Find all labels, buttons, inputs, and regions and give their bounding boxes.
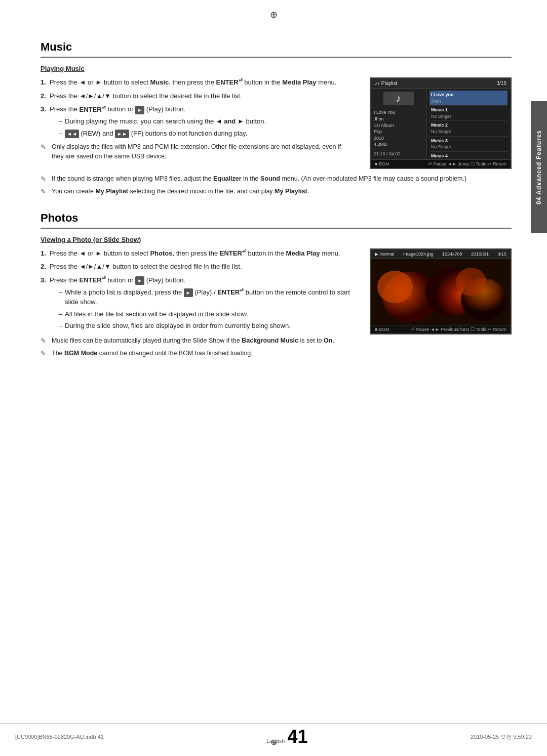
photos-step-3: 3. Press the ENTER⏎ button or ► (Play) b… xyxy=(41,275,355,331)
music-section: Music Playing Music 1. Press the ◄ or ► … xyxy=(41,40,512,196)
music-album: 1st Album xyxy=(374,122,423,129)
playlist-item-4: Music 3 No Singer xyxy=(429,137,507,152)
photos-screen: ▶ Normal Image1024.jpg 1024x768 2010/2/1… xyxy=(370,248,512,334)
music-art: ♪ xyxy=(383,92,414,105)
page-number: 41 xyxy=(287,728,307,746)
music-genre: Pop xyxy=(374,129,423,135)
photo-bullet-3: During the slide show, files are display… xyxy=(59,321,355,331)
music-year: 2010 xyxy=(374,135,423,142)
photos-step-1: 1. Press the ◄ or ► button to select Pho… xyxy=(41,248,355,259)
music-note-1: Only displays the files with MP3 and PCM… xyxy=(41,142,355,161)
playlist-item-5: Music 4 No Singer xyxy=(429,152,507,159)
music-content-row: 1. Press the ◄ or ► button to select Mus… xyxy=(41,77,512,169)
music-extra-notes: If the sound is strange when playing MP3… xyxy=(41,174,512,196)
music-info: I Love You Jhon 1st Album Pop 2010 4.2MB xyxy=(374,109,423,148)
playlist-item-2: Music 1 No Singer xyxy=(429,106,507,121)
music-screen-left: ♪ I Love You Jhon 1st Album Pop 2010 4.2… xyxy=(371,89,426,159)
music-time: 01:10 / 04:02 xyxy=(374,151,423,156)
photo-main-image xyxy=(371,259,511,325)
side-tab-label: 04 Advanced Features xyxy=(535,130,542,204)
playlist-item-1: I Love you Jhon xyxy=(429,91,507,106)
music-steps: 1. Press the ◄ or ► button to select Mus… xyxy=(41,77,355,138)
photo-header-date: 2010/2/1 xyxy=(471,251,489,257)
photo-footer-right: ⏎ Pause ◄► Previous/Next ☐ Tools ↩ Retur… xyxy=(411,327,506,332)
music-song-title: I Love You xyxy=(374,109,423,116)
photo-header-mode: ▶ Normal xyxy=(375,251,395,257)
photo-screen-header: ▶ Normal Image1024.jpg 1024x768 2010/2/1… xyxy=(371,249,511,259)
playlist-item-3: Music 2 No Singer xyxy=(429,121,507,136)
svg-point-5 xyxy=(456,268,486,296)
photo-step2-num: 2. xyxy=(41,262,46,272)
music-step-2: 2. Press the ◄/►/▲/▼ button to select th… xyxy=(41,91,355,101)
music-footer-right: ⏎ Pause ◄► Jump ☐ Tools ↩ Return xyxy=(428,161,506,166)
music-step-1: 1. Press the ◄ or ► button to select Mus… xyxy=(41,77,355,88)
music-section-title: Music xyxy=(41,40,512,58)
music-bullet-1: During playing the music, you can search… xyxy=(59,116,355,127)
music-note-3: You can create My Playlist selecting the… xyxy=(41,187,512,196)
step1-num: 1. xyxy=(41,77,46,88)
side-tab: 04 Advanced Features xyxy=(531,101,547,233)
music-bullet-2: ◄◄ (REW) and ►► (FF) buttons do not func… xyxy=(59,129,355,139)
music-text-content: 1. Press the ◄ or ► button to select Mus… xyxy=(41,77,355,164)
playing-music-subtitle: Playing Music xyxy=(41,65,512,72)
photo-header-size: 1024x768 xyxy=(442,251,462,257)
footer-file-info: [UC9000]BN68-02820G-AU.indb 41 xyxy=(15,734,104,740)
top-compass-icon: ⊕ xyxy=(270,9,278,20)
music-header-count: 3/15 xyxy=(497,80,506,86)
music-footer-left: ■ BGM xyxy=(375,161,389,166)
bottom-compass-icon: ⊕ xyxy=(270,737,277,747)
music-size: 4.2MB xyxy=(374,141,423,148)
music-notes: Only displays the files with MP3 and PCM… xyxy=(41,142,355,161)
photo-note-2: The BGM Mode cannot be changed until the… xyxy=(41,349,355,358)
photos-content-row: 1. Press the ◄ or ► button to select Pho… xyxy=(41,248,512,361)
photos-section-title: Photos xyxy=(41,212,512,229)
music-note-2: If the sound is strange when playing MP3… xyxy=(41,174,512,184)
photo-bullet-2: All files in the file list section will … xyxy=(59,309,355,319)
music-screen-right: I Love you Jhon Music 1 No Singer Music … xyxy=(426,89,511,159)
music-screen-body: ♪ I Love You Jhon 1st Album Pop 2010 4.2… xyxy=(371,89,511,159)
step3-num: 3. xyxy=(41,104,46,114)
svg-point-4 xyxy=(377,271,413,303)
viewing-photo-subtitle: Viewing a Photo (or Slide Show) xyxy=(41,236,512,243)
photo-step3-num: 3. xyxy=(41,275,46,285)
footer-date: 2010-05-25 오전 9:59:20 xyxy=(471,733,532,741)
music-screen-footer: ■ BGM ⏎ Pause ◄► Jump ☐ Tools ↩ Return xyxy=(371,159,511,168)
music-artist: Jhon xyxy=(374,116,423,122)
photo-header-filename: Image1024.jpg xyxy=(403,251,434,257)
music-step-3: 3. Press the ENTER⏎ button or ► (Play) b… xyxy=(41,104,355,138)
step2-num: 2. xyxy=(41,91,46,101)
photo-header-count: 3/15 xyxy=(497,251,506,257)
music-screen: ♪♪ Playlist 3/15 ♪ I Love You Jhon 1st A… xyxy=(370,77,512,169)
photos-steps: 1. Press the ◄ or ► button to select Pho… xyxy=(41,248,355,331)
music-sub-bullets: During playing the music, you can search… xyxy=(50,116,355,138)
photo-footer-left: ■ BGM xyxy=(375,327,389,332)
photos-notes: Music files can be automatically played … xyxy=(41,336,355,358)
music-header-playlist: ♪♪ Playlist xyxy=(375,80,397,86)
music-screen-header: ♪♪ Playlist 3/15 xyxy=(371,78,511,89)
photo-step1-num: 1. xyxy=(41,248,46,259)
photos-section: Photos Viewing a Photo (or Slide Show) 1… xyxy=(41,212,512,361)
photo-bullet-1: While a photo list is displayed, press t… xyxy=(59,287,355,307)
page-container: ⊕ 04 Advanced Features Music Playing Mus… xyxy=(0,0,547,756)
photo-svg xyxy=(371,259,511,325)
photo-screen-footer: ■ BGM ⏎ Pause ◄► Previous/Next ☐ Tools ↩… xyxy=(371,325,511,333)
photo-note-1: Music files can be automatically played … xyxy=(41,336,355,346)
photos-text-content: 1. Press the ◄ or ► button to select Pho… xyxy=(41,248,355,361)
photos-sub-bullets: While a photo list is displayed, press t… xyxy=(50,287,355,331)
photos-step-2: 2. Press the ◄/►/▲/▼ button to select th… xyxy=(41,262,355,272)
